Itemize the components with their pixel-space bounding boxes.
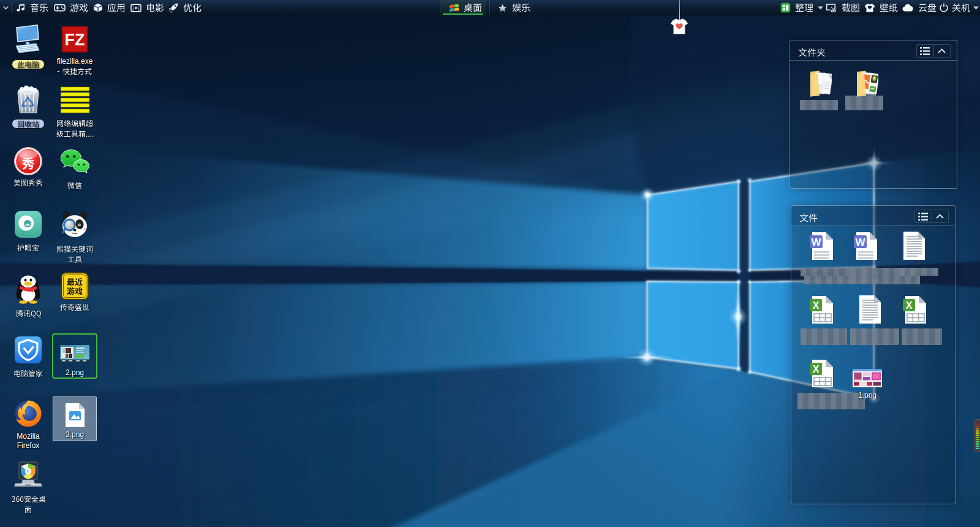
svg-text:X: X	[813, 300, 820, 311]
svg-text:X: X	[813, 364, 820, 374]
svg-text:X: X	[906, 300, 913, 311]
svg-text:FZ: FZ	[65, 31, 85, 49]
svg-text:W: W	[855, 237, 865, 248]
svg-text:W: W	[811, 237, 821, 248]
